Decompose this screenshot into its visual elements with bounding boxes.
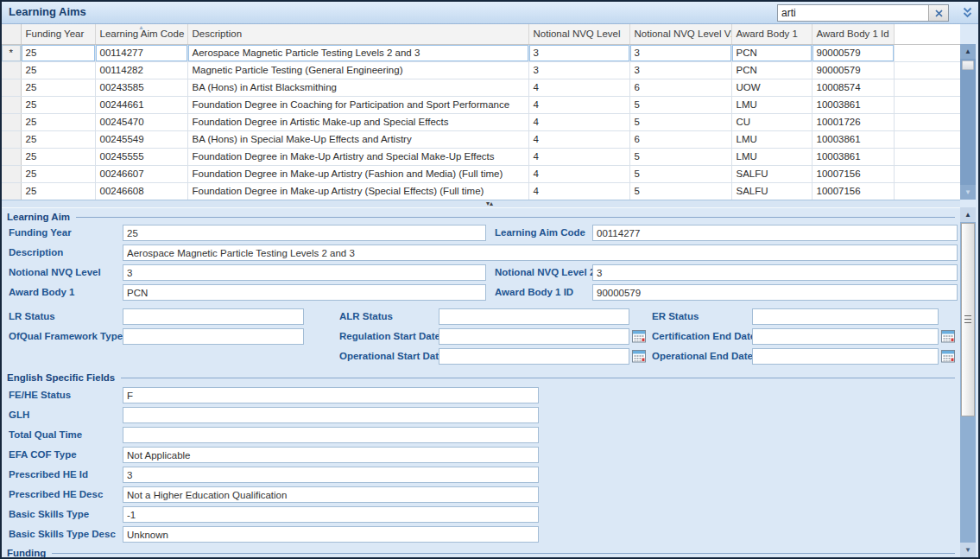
search-clear-button[interactable] <box>928 5 948 21</box>
grid-cell[interactable]: LMU <box>731 96 812 113</box>
field-alr-status[interactable] <box>439 308 629 325</box>
regulation-start-date-calendar-button[interactable] <box>632 329 646 343</box>
grid-cell[interactable]: 3 <box>528 61 629 79</box>
grid-cell[interactable]: 25 <box>21 148 95 165</box>
scroll-down-button[interactable]: ▼ <box>960 185 976 200</box>
row-marker[interactable] <box>2 182 21 200</box>
scrollbar-thumb[interactable] <box>961 223 975 416</box>
grid-cell[interactable]: 4 <box>528 130 629 148</box>
row-marker[interactable] <box>2 96 21 113</box>
row-marker[interactable] <box>2 61 21 79</box>
field-regulation-start-date[interactable] <box>439 328 629 345</box>
grid-cell[interactable]: Aerospace Magnetic Particle Testing Leve… <box>187 44 528 61</box>
grid-cell[interactable]: 5 <box>629 165 731 182</box>
field-ofqual-framework-type[interactable] <box>123 328 304 345</box>
grid-cell[interactable]: SALFU <box>731 165 812 182</box>
field-certification-end-date[interactable] <box>752 328 939 345</box>
grid-cell[interactable]: 00114282 <box>95 61 187 79</box>
grid-cell[interactable]: 25 <box>21 182 95 200</box>
grid-cell[interactable]: 25 <box>21 165 95 182</box>
grid-cell[interactable]: 00243585 <box>95 79 187 96</box>
field-award-body-1-id[interactable] <box>592 284 958 301</box>
grid-row[interactable]: 25 00245549 BA (Hons) in Special Make-Up… <box>2 130 960 148</box>
column-header-funding-year[interactable]: Funding Year <box>21 24 95 44</box>
grid-cell[interactable]: 4 <box>528 96 629 113</box>
grid-cell[interactable]: 00245555 <box>95 148 187 165</box>
field-lr-status[interactable] <box>123 308 304 325</box>
column-header-notional-nvq-level-v2[interactable]: Notional NVQ Level V2 <box>629 24 731 44</box>
row-marker[interactable]: * <box>2 44 21 61</box>
grid-cell[interactable]: 6 <box>629 79 731 96</box>
grid-cell[interactable]: 00245470 <box>95 113 187 130</box>
grid-cell[interactable]: Foundation Degree in Artistic Make-up an… <box>187 113 528 130</box>
grid-cell[interactable]: 5 <box>629 148 731 165</box>
grid-cell[interactable]: 10001726 <box>812 113 894 130</box>
grid-cell[interactable]: Foundation Degree in Make-Up Artistry an… <box>187 148 528 165</box>
grid-cell[interactable]: 4 <box>528 182 629 200</box>
field-operational-end-date[interactable] <box>752 348 939 365</box>
grid-row[interactable]: 25 00245555 Foundation Degree in Make-Up… <box>2 148 960 165</box>
grid-cell[interactable]: 00245549 <box>95 130 187 148</box>
field-learning-aim-code[interactable] <box>592 225 958 241</box>
scroll-down-button[interactable]: ▼ <box>960 543 976 557</box>
grid-cell[interactable]: Foundation Degree in Make-up Artistry (F… <box>187 165 528 182</box>
grid-cell[interactable]: 25 <box>21 96 95 113</box>
detail-vertical-scrollbar[interactable]: ▲ ▼ <box>960 207 976 557</box>
grid-row[interactable]: 25 00246608 Foundation Degree in Make-up… <box>2 182 960 200</box>
grid-detail-splitter[interactable]: ▾▴ <box>2 200 960 207</box>
field-funding-year[interactable] <box>123 225 486 241</box>
grid-cell[interactable]: 3 <box>528 44 629 61</box>
grid-cell[interactable]: UOW <box>731 79 812 96</box>
grid-cell[interactable]: 3 <box>629 61 731 79</box>
grid-cell[interactable]: PCN <box>731 44 812 61</box>
row-marker[interactable] <box>2 130 21 148</box>
grid-cell[interactable]: 25 <box>21 79 95 96</box>
field-award-body-1[interactable] <box>123 284 486 301</box>
collapse-panel-button[interactable] <box>958 5 976 21</box>
field-prescribed-he-id[interactable] <box>123 467 539 483</box>
grid-cell[interactable]: 3 <box>629 44 731 61</box>
field-notional-nvq-level[interactable] <box>123 264 486 281</box>
grid-cell[interactable]: 25 <box>21 130 95 148</box>
grid-cell[interactable]: 4 <box>528 113 629 130</box>
grid-cell[interactable]: 25 <box>21 61 95 79</box>
column-header-notional-nvq-level[interactable]: Notional NVQ Level <box>528 24 629 44</box>
field-prescribed-he-desc[interactable] <box>123 486 539 503</box>
row-marker[interactable] <box>2 113 21 130</box>
scroll-up-button[interactable]: ▲ <box>960 44 976 59</box>
grid-cell[interactable]: 00244661 <box>95 96 187 113</box>
grid-cell[interactable]: 90000579 <box>812 61 894 79</box>
grid-cell[interactable]: LMU <box>731 130 812 148</box>
grid-cell[interactable]: 5 <box>629 113 731 130</box>
field-glh[interactable] <box>123 407 539 423</box>
scroll-up-button[interactable]: ▲ <box>960 207 976 222</box>
grid-cell[interactable]: PCN <box>731 61 812 79</box>
grid-cell[interactable]: 6 <box>629 130 731 148</box>
grid-row[interactable]: * 25 00114277 Aerospace Magnetic Particl… <box>2 44 960 61</box>
grid-cell[interactable]: 4 <box>528 148 629 165</box>
grid-cell[interactable]: 10008574 <box>812 79 894 96</box>
row-marker[interactable] <box>2 148 21 165</box>
grid-cell[interactable]: 4 <box>528 79 629 96</box>
column-header-learning-aim-code[interactable]: ▲Learning Aim Code <box>95 24 187 44</box>
field-fe-he-status[interactable] <box>123 387 539 403</box>
grid-cell[interactable]: BA (Hons) in Special Make-Up Effects and… <box>187 130 528 148</box>
grid-cell[interactable]: 10007156 <box>812 182 894 200</box>
column-header-award-body-1[interactable]: Award Body 1 <box>731 24 812 44</box>
grid-cell[interactable]: 5 <box>629 96 731 113</box>
grid-cell[interactable]: 10003861 <box>812 130 894 148</box>
field-basic-skills-type-desc[interactable] <box>123 526 539 543</box>
field-description[interactable] <box>123 245 958 261</box>
grid-cell[interactable]: 5 <box>629 182 731 200</box>
grid-cell[interactable]: Magnetic Particle Testing (General Engin… <box>187 61 528 79</box>
grid-row[interactable]: 25 00245470 Foundation Degree in Artisti… <box>2 113 960 130</box>
row-marker[interactable] <box>2 79 21 96</box>
grid-cell[interactable]: 10007156 <box>812 165 894 182</box>
field-er-status[interactable] <box>752 308 939 325</box>
grid-cell[interactable]: Foundation Degree in Coaching for Partic… <box>187 96 528 113</box>
grid-cell[interactable]: BA (Hons) in Artist Blacksmithing <box>187 79 528 96</box>
field-notional-nvq-level-2[interactable] <box>592 264 958 281</box>
grid-cell[interactable]: 00246608 <box>95 182 187 200</box>
grid-row[interactable]: 25 00244661 Foundation Degree in Coachin… <box>2 96 960 113</box>
field-efa-cof-type[interactable] <box>123 447 539 463</box>
